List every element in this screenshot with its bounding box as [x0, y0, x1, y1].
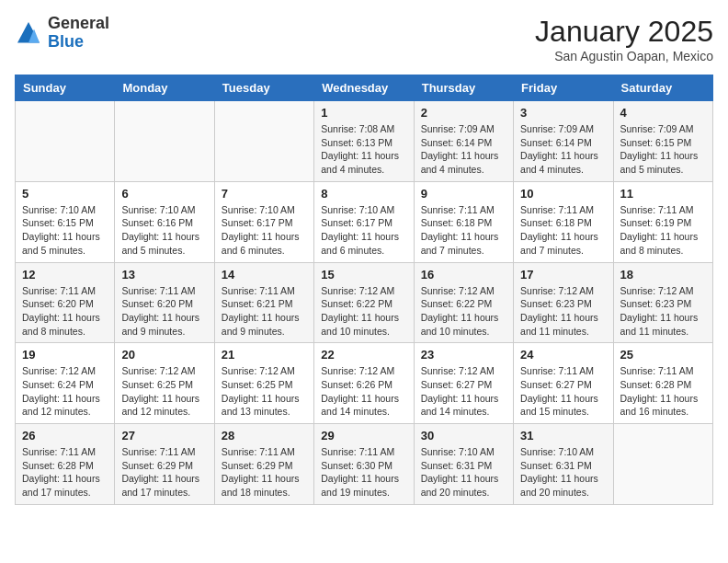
day-info: Sunrise: 7:11 AMSunset: 6:18 PMDaylight:… — [421, 203, 506, 258]
calendar-cell: 9Sunrise: 7:11 AMSunset: 6:18 PMDaylight… — [414, 181, 513, 262]
calendar-cell: 18Sunrise: 7:12 AMSunset: 6:23 PMDayligh… — [613, 262, 712, 343]
day-info: Sunrise: 7:08 AMSunset: 6:13 PMDaylight:… — [321, 122, 406, 177]
day-info: Sunrise: 7:09 AMSunset: 6:14 PMDaylight:… — [520, 122, 606, 177]
day-info: Sunrise: 7:11 AMSunset: 6:21 PMDaylight:… — [222, 284, 307, 339]
calendar-header: SundayMondayTuesdayWednesdayThursdayFrid… — [16, 75, 713, 101]
day-info: Sunrise: 7:12 AMSunset: 6:24 PMDaylight:… — [22, 364, 108, 419]
day-number: 27 — [121, 429, 207, 442]
day-info: Sunrise: 7:12 AMSunset: 6:25 PMDaylight:… — [121, 364, 207, 419]
day-info: Sunrise: 7:10 AMSunset: 6:17 PMDaylight:… — [222, 203, 307, 258]
day-number: 10 — [520, 187, 606, 201]
day-number: 22 — [321, 348, 406, 362]
day-number: 18 — [620, 268, 706, 282]
calendar-cell — [613, 424, 712, 505]
calendar-cell: 21Sunrise: 7:12 AMSunset: 6:25 PMDayligh… — [214, 343, 313, 424]
weekday-header-tuesday: Tuesday — [214, 75, 313, 101]
calendar-cell: 31Sunrise: 7:10 AMSunset: 6:31 PMDayligh… — [514, 424, 613, 505]
day-number: 12 — [22, 268, 108, 282]
day-info: Sunrise: 7:11 AMSunset: 6:29 PMDaylight:… — [121, 445, 207, 500]
day-number: 11 — [620, 187, 706, 201]
logo-general-text: General — [48, 14, 109, 32]
calendar-week-5: 26Sunrise: 7:11 AMSunset: 6:28 PMDayligh… — [16, 424, 713, 505]
day-number: 29 — [321, 429, 406, 442]
day-info: Sunrise: 7:11 AMSunset: 6:20 PMDaylight:… — [22, 284, 108, 339]
calendar-cell: 14Sunrise: 7:11 AMSunset: 6:21 PMDayligh… — [214, 262, 313, 343]
calendar-cell: 20Sunrise: 7:12 AMSunset: 6:25 PMDayligh… — [115, 343, 214, 424]
logo-blue-text: Blue — [48, 32, 84, 51]
weekday-header-monday: Monday — [115, 75, 214, 101]
day-info: Sunrise: 7:12 AMSunset: 6:23 PMDaylight:… — [520, 284, 606, 339]
calendar-cell: 15Sunrise: 7:12 AMSunset: 6:22 PMDayligh… — [314, 262, 414, 343]
day-info: Sunrise: 7:09 AMSunset: 6:14 PMDaylight:… — [421, 122, 506, 177]
logo: General Blue — [15, 15, 109, 52]
page-header: General Blue January 2025 San Agustin Oa… — [15, 15, 713, 63]
day-number: 24 — [520, 348, 606, 362]
calendar-cell: 28Sunrise: 7:11 AMSunset: 6:29 PMDayligh… — [214, 424, 313, 505]
day-info: Sunrise: 7:12 AMSunset: 6:23 PMDaylight:… — [620, 284, 706, 339]
logo-text: General Blue — [48, 15, 109, 52]
day-number: 9 — [421, 187, 506, 201]
day-info: Sunrise: 7:12 AMSunset: 6:27 PMDaylight:… — [421, 364, 506, 419]
weekday-header-saturday: Saturday — [613, 75, 712, 101]
calendar-cell: 27Sunrise: 7:11 AMSunset: 6:29 PMDayligh… — [115, 424, 214, 505]
calendar-cell: 7Sunrise: 7:10 AMSunset: 6:17 PMDaylight… — [214, 181, 313, 262]
day-info: Sunrise: 7:11 AMSunset: 6:20 PMDaylight:… — [121, 284, 207, 339]
day-info: Sunrise: 7:11 AMSunset: 6:30 PMDaylight:… — [321, 445, 406, 500]
day-info: Sunrise: 7:12 AMSunset: 6:26 PMDaylight:… — [321, 364, 406, 419]
day-number: 28 — [222, 429, 307, 442]
day-info: Sunrise: 7:09 AMSunset: 6:15 PMDaylight:… — [620, 122, 706, 177]
weekday-header-wednesday: Wednesday — [314, 75, 414, 101]
calendar-body: 1Sunrise: 7:08 AMSunset: 6:13 PMDaylight… — [16, 101, 713, 505]
calendar-cell: 25Sunrise: 7:11 AMSunset: 6:28 PMDayligh… — [613, 343, 712, 424]
day-info: Sunrise: 7:12 AMSunset: 6:25 PMDaylight:… — [222, 364, 307, 419]
day-number: 6 — [121, 187, 207, 201]
calendar-cell: 3Sunrise: 7:09 AMSunset: 6:14 PMDaylight… — [514, 101, 613, 182]
calendar-cell: 22Sunrise: 7:12 AMSunset: 6:26 PMDayligh… — [314, 343, 414, 424]
day-number: 16 — [421, 268, 506, 282]
day-number: 3 — [520, 106, 606, 120]
calendar-cell: 19Sunrise: 7:12 AMSunset: 6:24 PMDayligh… — [16, 343, 115, 424]
day-info: Sunrise: 7:10 AMSunset: 6:15 PMDaylight:… — [22, 203, 108, 258]
day-number: 30 — [421, 429, 506, 442]
day-number: 31 — [520, 429, 606, 442]
day-number: 1 — [321, 106, 406, 120]
calendar-cell: 23Sunrise: 7:12 AMSunset: 6:27 PMDayligh… — [414, 343, 513, 424]
calendar-cell: 30Sunrise: 7:10 AMSunset: 6:31 PMDayligh… — [414, 424, 513, 505]
day-number: 14 — [222, 268, 307, 282]
calendar-cell — [16, 101, 115, 182]
calendar-cell: 16Sunrise: 7:12 AMSunset: 6:22 PMDayligh… — [414, 262, 513, 343]
month-title: January 2025 — [535, 15, 713, 49]
day-number: 20 — [121, 348, 207, 362]
calendar-cell: 13Sunrise: 7:11 AMSunset: 6:20 PMDayligh… — [115, 262, 214, 343]
weekday-header-sunday: Sunday — [16, 75, 115, 101]
day-info: Sunrise: 7:11 AMSunset: 6:28 PMDaylight:… — [22, 445, 108, 500]
day-info: Sunrise: 7:10 AMSunset: 6:31 PMDaylight:… — [520, 445, 606, 500]
day-info: Sunrise: 7:11 AMSunset: 6:29 PMDaylight:… — [222, 445, 307, 500]
day-number: 4 — [620, 106, 706, 120]
day-number: 26 — [22, 429, 108, 442]
day-number: 13 — [121, 268, 207, 282]
day-number: 21 — [222, 348, 307, 362]
calendar-table: SundayMondayTuesdayWednesdayThursdayFrid… — [15, 75, 713, 505]
calendar-week-3: 12Sunrise: 7:11 AMSunset: 6:20 PMDayligh… — [16, 262, 713, 343]
calendar-cell: 5Sunrise: 7:10 AMSunset: 6:15 PMDaylight… — [16, 181, 115, 262]
calendar-cell: 1Sunrise: 7:08 AMSunset: 6:13 PMDaylight… — [314, 101, 414, 182]
day-number: 5 — [22, 187, 108, 201]
day-info: Sunrise: 7:11 AMSunset: 6:28 PMDaylight:… — [620, 364, 706, 419]
day-info: Sunrise: 7:12 AMSunset: 6:22 PMDaylight:… — [321, 284, 406, 339]
calendar-cell: 17Sunrise: 7:12 AMSunset: 6:23 PMDayligh… — [514, 262, 613, 343]
weekday-header-friday: Friday — [514, 75, 613, 101]
calendar-cell: 2Sunrise: 7:09 AMSunset: 6:14 PMDaylight… — [414, 101, 513, 182]
day-info: Sunrise: 7:10 AMSunset: 6:31 PMDaylight:… — [421, 445, 506, 500]
calendar-cell — [115, 101, 214, 182]
day-number: 17 — [520, 268, 606, 282]
calendar-cell: 10Sunrise: 7:11 AMSunset: 6:18 PMDayligh… — [514, 181, 613, 262]
day-info: Sunrise: 7:11 AMSunset: 6:18 PMDaylight:… — [520, 203, 606, 258]
calendar-cell: 6Sunrise: 7:10 AMSunset: 6:16 PMDaylight… — [115, 181, 214, 262]
day-info: Sunrise: 7:10 AMSunset: 6:16 PMDaylight:… — [121, 203, 207, 258]
weekday-header-row: SundayMondayTuesdayWednesdayThursdayFrid… — [16, 75, 713, 101]
logo-icon — [15, 19, 42, 47]
day-info: Sunrise: 7:10 AMSunset: 6:17 PMDaylight:… — [321, 203, 406, 258]
calendar-cell: 24Sunrise: 7:11 AMSunset: 6:27 PMDayligh… — [514, 343, 613, 424]
calendar-cell: 8Sunrise: 7:10 AMSunset: 6:17 PMDaylight… — [314, 181, 414, 262]
